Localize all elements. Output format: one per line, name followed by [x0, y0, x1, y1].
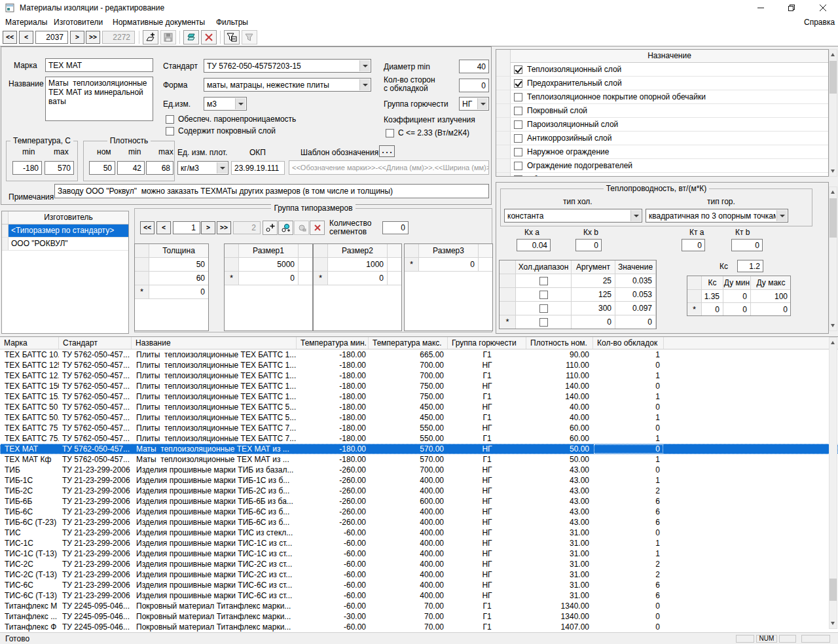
grid-cell[interactable]: 50 [149, 258, 209, 271]
manufacturer-row[interactable]: ООО "РОКВУЛ" [2, 238, 128, 251]
column-header-goruchest[interactable]: Группа горючести [448, 337, 526, 349]
purpose-row[interactable]: Теплоизоляционное покрытие опорной обеча… [496, 90, 828, 104]
scroll-down-icon[interactable] [829, 618, 837, 628]
purpose-checkbox[interactable] [514, 120, 522, 129]
ks-input[interactable]: 1.2 [737, 260, 763, 272]
table-row[interactable]: ТИС-6С (Т-13)ТУ 21-23-299-2006Изделия пр… [0, 590, 838, 601]
chevron-down-icon[interactable] [359, 79, 370, 90]
purpose-row[interactable]: Антикоррозийный слой [496, 132, 828, 145]
hot-type-combo[interactable]: квадратичная по 3 опорным точкам [646, 209, 788, 223]
table-row[interactable]: ТИБТУ 21-23-299-2006Изделия прошивные ма… [0, 465, 838, 475]
menu-manufacturers[interactable]: Изготовители [50, 16, 107, 29]
purpose-checkbox[interactable] [514, 107, 522, 115]
grid-cell[interactable]: 0 [723, 290, 751, 302]
table-row[interactable]: ТИС-6СТУ 21-23-299-2006Изделия прошивные… [0, 580, 838, 590]
shablon-edit-button[interactable]: ... [379, 145, 395, 157]
table-row[interactable]: ТЕХ МАТТУ 5762-050-457...Маты теплоизоля… [0, 444, 838, 454]
purpose-row[interactable]: Ограждение подогревателей [496, 159, 828, 173]
grid-cell[interactable]: 0.097 [615, 302, 656, 315]
purpose-checkbox[interactable] [514, 162, 522, 170]
kxb-input[interactable]: 0 [575, 239, 602, 251]
table-row[interactable]: Титанфлекс МТУ 2245-095-046...Покровный … [0, 601, 838, 611]
grid-row[interactable]: *0 [314, 272, 401, 285]
table-row[interactable]: ТИСТУ 21-23-299-2006Изделия прошивные ма… [0, 528, 838, 538]
chevron-down-icon[interactable] [477, 98, 488, 109]
grid-cell[interactable]: 0 [615, 315, 656, 329]
goruchest-combo[interactable]: НГ [459, 97, 489, 111]
column-header-standart[interactable]: Стандарт [59, 337, 132, 349]
copy-record-button[interactable] [183, 30, 199, 45]
filter-setup-button[interactable] [224, 30, 240, 45]
table-row[interactable]: ТИБ-6С (Т-23)ТУ 21-23-299-2006Изделия пр… [0, 517, 838, 528]
grid-row[interactable]: 5000 [225, 258, 312, 272]
table-row[interactable]: ТЕХ БАТТС 75...ТУ 5762-050-457...Плиты т… [0, 433, 838, 444]
diametr-input[interactable]: 40 [459, 60, 489, 73]
purpose-checkbox[interactable] [514, 65, 522, 74]
grid-cell[interactable]: 300 [572, 302, 615, 315]
purpose-checkbox[interactable] [514, 79, 522, 88]
table-row[interactable]: ТЕХ БАТТС 125ТУ 5762-050-457...Плиты теп… [0, 360, 838, 370]
prim-input[interactable]: Заводу ООО "Роквул" можно заказать ТЕХМА… [54, 184, 489, 198]
grid-row[interactable]: *0 [225, 272, 312, 285]
temp-max-input[interactable]: 570 [45, 161, 74, 175]
column-header-temp-max[interactable]: Температура макс. [369, 337, 448, 349]
grid-cell[interactable]: 0 [702, 303, 723, 315]
grid-row[interactable]: 3000.097 [500, 302, 656, 315]
table-row[interactable]: ТИС-2С (Т-13)ТУ 21-23-299-2006Изделия пр… [0, 569, 838, 580]
cold-type-combo[interactable]: константа [504, 209, 642, 223]
grid-row[interactable]: 1.350100 [687, 290, 790, 303]
record-number-field[interactable]: 2037 [35, 31, 68, 44]
first-record-button[interactable]: << [3, 31, 17, 44]
grid-cell[interactable]: 0 [572, 315, 615, 329]
menu-documents[interactable]: Нормативные документы [109, 16, 209, 29]
grid-cell[interactable]: 0 [149, 285, 209, 298]
table-row[interactable]: ТЕХ БАТТС 75ТУ 5762-050-457...Плиты тепл… [0, 423, 838, 433]
grid-cell[interactable]: 60 [149, 272, 209, 285]
purpose-row[interactable]: Об [496, 173, 828, 177]
column-header-temp-min[interactable]: Температура мин. [297, 337, 369, 349]
column-header-obkladki[interactable]: Кол-во обкладок [593, 337, 664, 349]
table-row[interactable]: ТИС-2СТУ 21-23-299-2006Изделия прошивные… [0, 559, 838, 569]
table-row[interactable]: Титанфлекс ФТУ 2245-095-046...Покровный … [0, 622, 838, 632]
forma-combo[interactable]: маты, матрацы, нежесткие плиты [204, 78, 371, 92]
table-row[interactable]: ТЕХ БАТТС 15...ТУ 5762-050-457...Плиты т… [0, 391, 838, 402]
scrollbar-thumb[interactable] [829, 198, 837, 238]
grid-cell[interactable]: 0.035 [615, 274, 656, 287]
grid-cell[interactable]: 0.053 [615, 288, 656, 301]
sizes-last-button[interactable]: >> [217, 221, 231, 234]
scroll-up-icon[interactable] [829, 50, 837, 60]
plot-max-input[interactable]: 68 [146, 161, 173, 175]
sizes-next-button[interactable]: > [201, 221, 215, 234]
scroll-down-icon[interactable] [829, 321, 837, 331]
table-row[interactable]: ТИС-1СТУ 21-23-299-2006Изделия прошивные… [0, 538, 838, 548]
restore-button[interactable] [776, 0, 807, 16]
grid-row[interactable]: 60 [135, 272, 208, 285]
grid-checkbox[interactable] [539, 318, 548, 327]
kta-input[interactable]: 0 [682, 239, 705, 251]
grid-checkbox[interactable] [539, 291, 548, 299]
paro-checkbox[interactable] [166, 115, 174, 124]
table-row[interactable]: Титанфлекс ...ТУ 2245-095-046...Покровны… [0, 611, 838, 622]
sizes-delete-button[interactable] [310, 221, 325, 235]
purpose-row[interactable]: Теплоизоляционный слой [496, 63, 828, 77]
grid-checkbox[interactable] [539, 277, 548, 285]
ktb-input[interactable]: 0 [731, 239, 763, 251]
purpose-row[interactable]: Покровный слой [496, 104, 828, 118]
pokrov-checkbox[interactable] [166, 127, 174, 135]
chevron-down-icon[interactable] [235, 98, 246, 109]
close-button[interactable] [807, 0, 838, 16]
table-row[interactable]: ТЕХ БАТТС 12...ТУ 5762-050-457...Плиты т… [0, 370, 838, 381]
menu-materials[interactable]: Материалы [1, 16, 51, 29]
temp-min-input[interactable]: -180 [12, 161, 42, 175]
grid-cell[interactable]: 1000 [328, 258, 388, 271]
grid-row[interactable]: 1250.053 [500, 288, 656, 302]
purpose-checkbox[interactable] [514, 148, 522, 156]
table-row[interactable]: ТИБ-2СТУ 21-23-299-2006Изделия прошивные… [0, 486, 838, 496]
purpose-checkbox[interactable] [514, 93, 522, 101]
table-row[interactable]: ТИС-1С (Т-13)ТУ 21-23-299-2006Изделия пр… [0, 548, 838, 559]
edplot-combo[interactable]: кг/м3 [177, 161, 228, 175]
grid-row[interactable]: 250.035 [500, 274, 656, 288]
grid-cell[interactable]: 125 [572, 288, 615, 301]
grid-cell[interactable]: 0 [751, 303, 791, 315]
chevron-down-icon[interactable] [217, 162, 227, 173]
